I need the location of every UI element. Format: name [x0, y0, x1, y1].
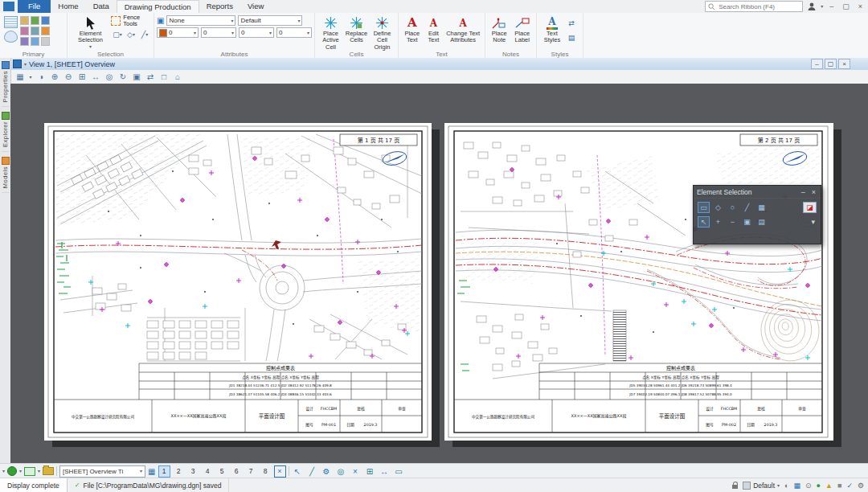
grid-toggle-icon[interactable]: ▦ [794, 482, 801, 490]
snap-target-icon[interactable]: ◎ [335, 467, 347, 476]
zoom-in-icon[interactable]: ⊕ [48, 72, 61, 81]
window-tool-icon[interactable]: ⊞ [364, 467, 376, 476]
place-active-cell-button[interactable]: Place Active Cell [317, 14, 344, 51]
explorer-icon[interactable] [4, 31, 18, 43]
select-block-mode-icon[interactable]: ◇ [712, 202, 724, 213]
close-views-icon[interactable]: × [274, 465, 286, 478]
edit-text-button[interactable]: A Edit Text [424, 14, 444, 45]
rail-tab-models[interactable]: Models [2, 157, 10, 193]
select-by-attributes-icon[interactable]: ▢▾ [111, 29, 124, 41]
attach-tools-icon[interactable] [20, 16, 29, 25]
text-styles-button[interactable]: A Text Styles [539, 14, 565, 45]
rotate-view-icon[interactable]: ◎ [103, 72, 116, 81]
mode-add-icon[interactable]: + [712, 216, 724, 228]
tab-reports[interactable]: Reports [199, 0, 240, 13]
view-toggle-7[interactable]: 7 [245, 465, 257, 478]
view-grid-icon[interactable]: ▦ [148, 467, 155, 476]
dialog-titlebar[interactable]: Element Selection – × [694, 186, 821, 199]
element-selection-dialog[interactable]: Element Selection – × ▭ ◇ ○ ╱ ▦ ◪ ↖ + − … [693, 185, 821, 244]
point-clouds-icon[interactable] [20, 37, 29, 46]
markups-icon[interactable] [41, 37, 50, 46]
tab-file[interactable]: File [18, 0, 51, 13]
window-close-icon[interactable]: × [856, 2, 865, 10]
pan-view-icon[interactable]: ↻ [117, 72, 129, 81]
selection-tool-icon[interactable]: ↖ [292, 467, 304, 476]
tab-data[interactable]: Data [86, 0, 117, 13]
view-group-selector[interactable]: [SHEET] Overview Ti ▾ [59, 465, 145, 478]
home-view-icon[interactable]: ⌂ [171, 72, 184, 81]
view-toggle-1[interactable]: 1 [158, 465, 170, 478]
model-folder-icon[interactable] [43, 467, 54, 475]
warning-icon[interactable]: ▲ [825, 482, 833, 490]
snap-mode-icon[interactable]: ⊙ [805, 482, 812, 490]
properties-icon[interactable] [4, 16, 18, 28]
view-toggle-4[interactable]: 4 [202, 465, 214, 478]
select-block-icon[interactable]: ◇▾ [125, 29, 137, 41]
fit-view-icon[interactable]: ↔ [89, 72, 102, 81]
view-toggle-5[interactable]: 5 [216, 465, 228, 478]
zoom-out-icon[interactable]: ⊖ [62, 72, 75, 81]
cell-selector-combo[interactable]: None ▾ [166, 15, 235, 26]
settings-tool-icon[interactable]: ⚙ [321, 467, 333, 476]
ribbon-search[interactable] [705, 1, 803, 12]
dialog-pin-icon[interactable]: – [800, 188, 807, 196]
rail-tab-explorer[interactable]: Explorer [2, 112, 10, 152]
window-maximize-icon[interactable]: ▢ [840, 2, 852, 10]
preferences-icon[interactable]: ⚙ [858, 482, 864, 490]
select-shape-mode-icon[interactable]: ○ [727, 202, 739, 213]
sheet-2-drawing[interactable]: 第 2 页 共 17 页 控制点成果表 点名 X坐标 Y坐标 高程 点名 X坐标… [444, 123, 833, 441]
dimension-styles-icon[interactable]: ⇄ [565, 17, 578, 29]
level-display-icon[interactable] [20, 27, 29, 35]
view-group-icon[interactable] [7, 466, 17, 476]
display-toggle-icon[interactable]: ◐ [784, 482, 788, 490]
color-combo[interactable]: 0 ▾ [157, 27, 199, 38]
tab-drawing-production[interactable]: Drawing Production [117, 0, 199, 13]
view-group-caret-icon[interactable]: ▾ [2, 469, 5, 474]
element-templates-icon[interactable]: ▤ [565, 31, 578, 43]
place-text-button[interactable]: A Place Text [401, 14, 424, 45]
ok-status-icon[interactable]: ✓ [846, 482, 853, 490]
view-minimize-icon[interactable]: – [811, 59, 823, 69]
sheet-1[interactable]: 第 1 页 共 17 页 控制点成果表 点名 X坐标 Y坐标 高程 点名 X坐标… [44, 123, 432, 441]
select-all-mode-icon[interactable]: ▦ [755, 202, 768, 213]
transparency-combo[interactable]: 0 ▾ [276, 27, 312, 38]
select-individual-icon[interactable]: ▭ [698, 202, 710, 213]
fence-tools-button[interactable]: Fence Tools [111, 14, 151, 27]
window-area-icon[interactable]: ⊞ [76, 72, 88, 81]
change-text-attributes-button[interactable]: A Change Text Attributes [444, 14, 482, 45]
view-maximize-icon[interactable]: ▢ [825, 59, 837, 69]
lineweight-combo[interactable]: 0 ▾ [239, 27, 274, 38]
lock-icon[interactable] [732, 485, 738, 489]
mode-subtract-icon[interactable]: − [727, 216, 739, 228]
place-note-button[interactable]: Place Note [488, 14, 511, 45]
references-icon[interactable] [31, 27, 39, 35]
view-menu-caret-icon[interactable]: ▾ [24, 62, 27, 67]
caret-icon[interactable]: ▾ [19, 469, 22, 474]
select-line-icon[interactable]: ╱▾ [138, 29, 151, 41]
define-cell-origin-button[interactable]: Define Cell Origin [369, 14, 395, 51]
models-icon[interactable] [31, 16, 39, 25]
view-toggle-2[interactable]: 2 [173, 465, 185, 478]
element-selection-button[interactable]: Element Selection ▾ [70, 14, 111, 50]
measure-tool-icon[interactable]: ╱ [306, 467, 318, 476]
dialog-expand-caret-icon[interactable]: ▾ [809, 219, 817, 226]
sheet-1-drawing[interactable]: 第 1 页 共 17 页 控制点成果表 点名 X坐标 Y坐标 高程 点名 X坐标… [44, 123, 432, 441]
view-attributes-icon[interactable]: ▦ [14, 72, 27, 81]
view-toggle-3[interactable]: 3 [187, 465, 199, 478]
caret-icon[interactable]: ▾ [38, 469, 40, 474]
disable-handles-icon[interactable]: ◪ [803, 202, 817, 213]
mode-new-icon[interactable]: ↖ [698, 216, 710, 228]
select-line-mode-icon[interactable]: ╱ [741, 202, 753, 213]
mode-clear-icon[interactable]: ▣ [741, 216, 753, 228]
screen-layout-icon[interactable] [24, 467, 35, 476]
place-label-button[interactable]: Place Label [511, 14, 534, 45]
drawing-canvas[interactable]: 第 1 页 共 17 页 控制点成果表 点名 X坐标 Y坐标 高程 点名 X坐标… [10, 84, 868, 464]
raster-manager-icon[interactable] [41, 27, 50, 35]
selection-set-icon[interactable]: ■ [837, 482, 841, 490]
mode-select-all-icon[interactable]: ▤ [755, 216, 768, 228]
view-next-icon[interactable]: ⇄ [144, 72, 157, 81]
active-level-chip[interactable]: Default ▾ [743, 482, 780, 490]
rail-tab-properties[interactable]: Properties [2, 61, 10, 107]
tab-view[interactable]: View [240, 0, 271, 13]
copy-view-icon[interactable]: □ [158, 72, 170, 81]
